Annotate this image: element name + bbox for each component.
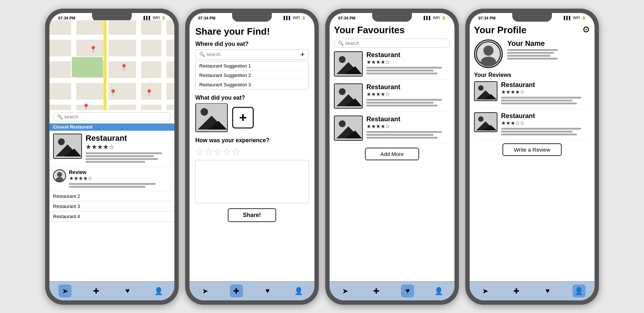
road-h3 xyxy=(49,78,174,83)
profile-review-card-1[interactable]: Restaurant ★★★★☆ xyxy=(474,81,590,109)
profile-review-name-1: Restaurant xyxy=(501,81,590,89)
fav-stars-1: ★★★★☆ xyxy=(366,59,450,65)
restaurant-card-map[interactable]: Restaurant ★★★★☆ xyxy=(49,131,174,167)
map-pin-1: 📍 xyxy=(89,45,97,53)
tab-add-profile[interactable]: ✚ xyxy=(510,284,523,297)
map-area[interactable]: 📍 📍 📍 📍 📍 xyxy=(49,20,174,110)
profile-review-card-2[interactable]: Restaurant ★★★☆☆ xyxy=(474,112,590,140)
favs-title: Your Favourites xyxy=(334,25,450,36)
search-icon-map: 🔍 xyxy=(57,114,63,119)
green-block xyxy=(72,57,103,77)
svg-point-11 xyxy=(339,56,346,63)
tab-heart-map[interactable]: ♥ xyxy=(121,284,134,297)
settings-icon[interactable]: ⚙ xyxy=(582,25,590,35)
review-text-lines xyxy=(69,183,171,188)
tab-navigation-favs[interactable]: ➤ xyxy=(339,284,352,297)
fav-name-2: Restaurant xyxy=(366,83,450,91)
favs-search-input[interactable] xyxy=(345,40,446,46)
tab-heart-profile[interactable]: ♥ xyxy=(541,284,554,297)
svg-point-23 xyxy=(483,45,493,56)
tab-person-map[interactable]: 👤 xyxy=(152,284,165,297)
suggestions-box: Restaurant Suggestion 1 Restaurant Sugge… xyxy=(195,61,309,90)
phone-profile: 07:34 PM ▌▌▌ WiFi 🔋 Your Profile ⚙ xyxy=(465,9,599,305)
restaurant-info-map: Restaurant ★★★★☆ xyxy=(86,134,171,164)
signal-icon-favs: ▌▌▌ xyxy=(424,16,431,20)
profile-review-stars-2: ★★★☆☆ xyxy=(501,120,590,126)
gps-icon: ✈ xyxy=(300,52,305,57)
profile-user-row: Your Name xyxy=(474,39,590,68)
experience-label: How was your experience? xyxy=(195,137,309,144)
fav-card-2[interactable]: Restaurant ★★★★☆ xyxy=(334,83,450,112)
tab-add-share[interactable]: ✚ xyxy=(230,284,243,297)
add-food-button[interactable]: + xyxy=(232,107,254,129)
map-pin-5: 📍 xyxy=(82,103,90,110)
fav-card-3[interactable]: Restaurant ★★★★☆ xyxy=(334,116,450,144)
notch-favs xyxy=(372,13,412,22)
other-item-3[interactable]: Restaurant 4 xyxy=(49,212,174,222)
status-icons-map: ▌▌▌ WiFi 🔋 xyxy=(144,16,166,20)
text-lines-map xyxy=(86,152,171,163)
share-screen-content: Share your Find! Where did you eat? 🔍 ✈ … xyxy=(190,20,314,300)
what-label: What did you eat? xyxy=(195,95,309,101)
suggestion-3[interactable]: Restaurant Suggestion 3 xyxy=(196,80,308,89)
rating-stars-share[interactable]: ☆☆☆☆☆ xyxy=(195,146,309,158)
fav-stars-3: ★★★★☆ xyxy=(366,123,450,130)
tab-heart-share[interactable]: ♥ xyxy=(261,284,274,297)
other-item-1[interactable]: Restaurant 2 xyxy=(49,191,174,201)
phone-inner-map: 07:34 PM ▌▌▌ WiFi 🔋 xyxy=(49,13,174,300)
tab-navigation-share[interactable]: ➤ xyxy=(199,284,212,297)
map-search-bar[interactable]: 🔍 xyxy=(53,112,171,121)
where-search-bar[interactable]: 🔍 ✈ xyxy=(195,49,309,60)
svg-point-7 xyxy=(200,108,208,116)
suggestion-1[interactable]: Restaurant Suggestion 1 xyxy=(196,61,308,71)
fav-text-lines-1 xyxy=(366,67,450,74)
signal-icon-share: ▌▌▌ xyxy=(284,16,291,20)
tab-heart-favs[interactable]: ♥ xyxy=(401,284,414,297)
tab-add-favs[interactable]: ✚ xyxy=(370,284,383,297)
phone-inner-share: 07:34 PM ▌▌▌ WiFi 🔋 Share your Find! Whe… xyxy=(190,13,314,300)
share-main: Share your Find! Where did you eat? 🔍 ✈ … xyxy=(190,20,314,281)
write-review-button[interactable]: Write a Review xyxy=(502,143,562,156)
other-item-2[interactable]: Restaurant 3 xyxy=(49,201,174,212)
fav-info-3: Restaurant ★★★★☆ xyxy=(366,116,450,140)
profile-review-stars-1: ★★★★☆ xyxy=(501,89,590,95)
svg-point-26 xyxy=(478,85,484,91)
svg-point-15 xyxy=(339,88,346,95)
phones-container: 07:34 PM ▌▌▌ WiFi 🔋 xyxy=(45,9,599,305)
battery-icon-favs: 🔋 xyxy=(441,16,446,20)
svg-point-30 xyxy=(478,116,484,122)
tab-person-favs[interactable]: 👤 xyxy=(432,284,445,297)
profile-user-info: Your Name xyxy=(507,39,558,61)
fav-image-1 xyxy=(334,51,363,77)
fav-image-2 xyxy=(334,83,363,109)
share-button[interactable]: Share! xyxy=(228,208,276,222)
experience-text-box[interactable] xyxy=(195,160,309,203)
tab-navigation-map[interactable]: ➤ xyxy=(58,284,71,297)
add-more-button[interactable]: Add More xyxy=(365,148,419,160)
profile-title: Your Profile xyxy=(474,25,526,36)
map-search-input[interactable] xyxy=(64,114,167,119)
notch-profile xyxy=(512,13,552,22)
where-label: Where did you eat? xyxy=(195,41,309,47)
tab-person-profile[interactable]: 👤 xyxy=(573,284,586,297)
share-title: Share your Find! xyxy=(195,26,309,37)
favs-main: Your Favourites 🔍 xyxy=(330,20,454,281)
map-pin-4: 📍 xyxy=(145,89,153,97)
favs-search-bar[interactable]: 🔍 xyxy=(334,39,450,48)
fav-name-3: Restaurant xyxy=(366,116,450,123)
tab-person-share[interactable]: 👤 xyxy=(292,284,305,297)
tab-add-map[interactable]: ✚ xyxy=(90,284,103,297)
tab-navigation-profile[interactable]: ➤ xyxy=(479,284,492,297)
suggestion-2[interactable]: Restaurant Suggestion 2 xyxy=(196,71,308,80)
tab-bar-favs: ➤ ✚ ♥ 👤 xyxy=(330,281,454,300)
battery-icon: 🔋 xyxy=(161,16,166,20)
tab-bar-profile: ➤ ✚ ♥ 👤 xyxy=(470,281,595,300)
yellow-road xyxy=(104,20,106,110)
svg-point-24 xyxy=(481,56,496,66)
fav-info-1: Restaurant ★★★★☆ xyxy=(366,51,450,75)
fav-card-1[interactable]: Restaurant ★★★★☆ xyxy=(334,51,450,80)
review-stars: ★★★★☆ xyxy=(69,175,171,182)
status-icons-favs: ▌▌▌ WiFi 🔋 xyxy=(424,16,446,20)
where-search-input[interactable] xyxy=(206,52,300,57)
status-icons-share: ▌▌▌ WiFi 🔋 xyxy=(284,16,306,20)
